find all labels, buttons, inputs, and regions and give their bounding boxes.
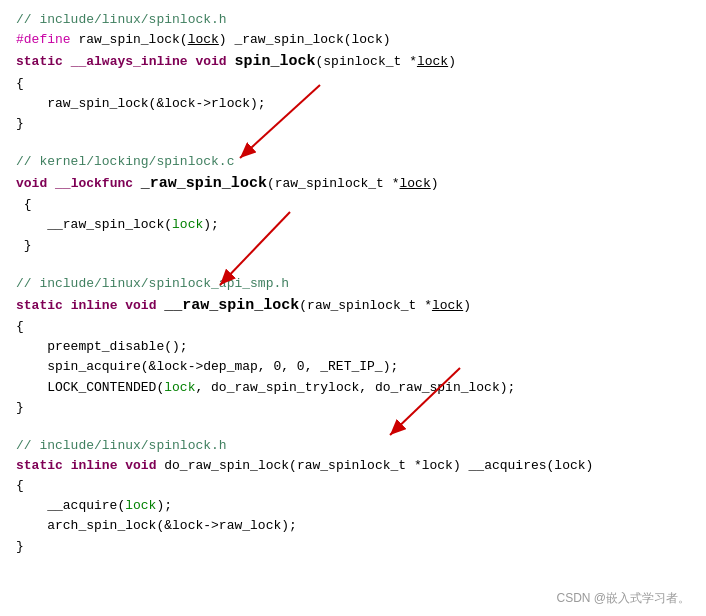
signature-line-1: static __always_inline void spin_lock(sp… [16, 50, 690, 73]
comment-line-1: // include/linux/spinlock.h [16, 10, 690, 30]
body-line-3a: preempt_disable(); [16, 337, 690, 357]
body-line-4a: __acquire(lock); [16, 496, 690, 516]
brace-close-1: } [16, 114, 690, 134]
brace-close-3: } [16, 398, 690, 418]
watermark: CSDN @嵌入式学习者。 [556, 590, 690, 607]
comment-line-3: // include/linux/spinlock_api_smp.h [16, 274, 690, 294]
section-spinlock-h-1: // include/linux/spinlock.h #define raw_… [16, 10, 690, 134]
body-line-1: raw_spin_lock(&lock->rlock); [16, 94, 690, 114]
brace-close-2: } [16, 236, 690, 256]
brace-open-4: { [16, 476, 690, 496]
define-line: #define raw_spin_lock(lock) _raw_spin_lo… [16, 30, 690, 50]
section-spinlock-api: // include/linux/spinlock_api_smp.h stat… [16, 274, 690, 418]
section-spinlock-c: // kernel/locking/spinlock.c void __lock… [16, 152, 690, 256]
body-line-2: __raw_spin_lock(lock); [16, 215, 690, 235]
section-spinlock-h-2: // include/linux/spinlock.h static inlin… [16, 436, 690, 557]
body-line-3b: spin_acquire(&lock->dep_map, 0, 0, _RET_… [16, 357, 690, 377]
brace-open-2: { [16, 195, 690, 215]
body-line-4b: arch_spin_lock(&lock->raw_lock); [16, 516, 690, 536]
brace-close-4: } [16, 537, 690, 557]
body-line-3c: LOCK_CONTENDED(lock, do_raw_spin_trylock… [16, 378, 690, 398]
signature-line-2: void __lockfunc _raw_spin_lock(raw_spinl… [16, 172, 690, 195]
comment-line-2: // kernel/locking/spinlock.c [16, 152, 690, 172]
brace-open-1: { [16, 74, 690, 94]
comment-line-4: // include/linux/spinlock.h [16, 436, 690, 456]
signature-line-3: static inline void __raw_spin_lock(raw_s… [16, 294, 690, 317]
brace-open-3: { [16, 317, 690, 337]
signature-line-4: static inline void do_raw_spin_lock(raw_… [16, 456, 690, 476]
